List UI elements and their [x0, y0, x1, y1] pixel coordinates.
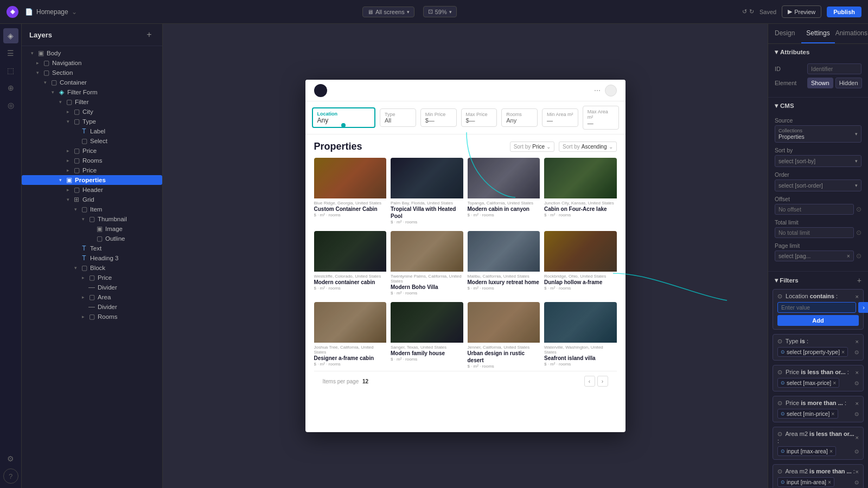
filter-minprice-field[interactable]: Min Price $— — [420, 108, 457, 127]
cms-header[interactable]: ▾ CMS — [768, 98, 868, 114]
layer-toggle-body[interactable]: ▾ — [28, 49, 36, 57]
layer-toggle-city[interactable]: ▸ — [64, 108, 72, 115]
layer-toggle-type[interactable]: ▾ — [64, 118, 72, 125]
layer-toggle-price3[interactable]: ▸ — [79, 274, 87, 281]
filter-maxprice-field[interactable]: Max Price $— — [461, 108, 497, 127]
layer-rooms[interactable]: ▸ ▢ Rooms — [22, 156, 162, 165]
property-card-6[interactable]: Malibu, California, United States Modern… — [468, 231, 540, 298]
layer-divider2[interactable]: ▸ — Divider — [22, 302, 162, 312]
filter-type-field[interactable]: Type All — [380, 108, 416, 127]
next-page-button[interactable]: › — [597, 376, 608, 387]
layer-toggle-nav[interactable]: ▸ — [34, 59, 41, 67]
layer-grid[interactable]: ▾ ⊞ Grid — [22, 195, 162, 204]
layer-toggle-price[interactable]: ▸ — [64, 147, 72, 155]
filter-price-min-sort[interactable]: ⊙ — [854, 411, 859, 417]
page-limit-x[interactable]: × — [847, 253, 850, 259]
layer-filter[interactable]: ▾ ▢ Filter — [22, 97, 162, 107]
layer-toggle-properties[interactable]: ▾ — [56, 176, 64, 184]
layer-body[interactable]: ▾ ▣ Body — [22, 48, 162, 58]
sort-by-select[interactable]: select [sort-by] ▾ — [775, 155, 861, 167]
zoom-badge[interactable]: ⊡ 59% ▾ — [423, 6, 457, 17]
layer-type[interactable]: ▾ ▢ Type — [22, 117, 162, 126]
filter-area-max-close[interactable]: × — [856, 434, 859, 441]
filter-add-button[interactable]: Add — [777, 315, 859, 326]
layer-divider[interactable]: ▸ — Divider — [22, 282, 162, 292]
source-select[interactable]: Collections Properties ▾ — [775, 125, 861, 143]
filter-minarea-field[interactable]: Min Area m² — — [542, 108, 578, 127]
layer-filter-form[interactable]: ▾ ◈ Filter Form — [22, 87, 162, 97]
layer-toggle-thumb[interactable]: ▾ — [79, 215, 87, 223]
icon-bar-cms[interactable]: ◎ — [3, 98, 18, 113]
page-limit-select[interactable]: select [pag... × — [775, 251, 854, 261]
layer-rooms2[interactable]: ▸ ▢ Rooms — [22, 312, 162, 322]
hidden-toggle[interactable]: Hidden — [835, 78, 862, 88]
icon-bar-layers[interactable]: ◈ — [3, 28, 18, 43]
property-card-8[interactable]: Joshua Tree, California, United States D… — [314, 302, 387, 371]
filter-area-max-sort[interactable]: ⊙ — [854, 448, 859, 454]
layer-toggle-rooms[interactable]: ▸ — [64, 157, 72, 164]
layer-toggle-rooms2[interactable]: ▸ — [79, 313, 87, 320]
offset-input[interactable] — [775, 204, 854, 215]
layer-header[interactable]: ▸ ▢ Header — [22, 185, 162, 195]
id-input[interactable] — [807, 63, 861, 74]
property-card-1[interactable]: Palm Bay, Florida, United States Tropica… — [391, 158, 463, 227]
prev-page-button[interactable]: ‹ — [584, 376, 595, 387]
sort-order-control[interactable]: Sort by Ascending ⌄ — [559, 142, 616, 152]
icon-bar-settings[interactable]: ⚙ — [3, 451, 18, 466]
layer-block[interactable]: ▾ ▢ Block — [22, 263, 162, 273]
property-card-3[interactable]: Junction City, Kansas, United States Cab… — [544, 158, 617, 227]
layer-price[interactable]: ▸ ▢ Price — [22, 146, 162, 156]
screens-badge[interactable]: 🖥 All screens ▾ — [362, 7, 414, 17]
layer-toggle-filter[interactable]: ▾ — [56, 98, 64, 106]
tab-settings[interactable]: Settings — [801, 24, 834, 43]
filter-location-input[interactable] — [777, 302, 856, 313]
layer-toggle-block[interactable]: ▾ — [72, 264, 79, 272]
layer-toggle-header[interactable]: ▸ — [64, 186, 72, 194]
filters-add-button[interactable]: + — [857, 276, 861, 285]
layer-toggle-grid[interactable]: ▾ — [64, 196, 72, 203]
layer-properties[interactable]: ▾ ▣ Properties — [22, 175, 162, 185]
undo-icon[interactable]: ↺ — [742, 8, 747, 15]
layer-navigation[interactable]: ▸ ▢ Navigation — [22, 58, 162, 68]
filter-maxarea-field[interactable]: Max Area m² — — [583, 106, 619, 130]
layer-toggle-area[interactable]: ▸ — [79, 293, 87, 301]
layer-outline[interactable]: ▸ ▢ Outline — [22, 234, 162, 243]
icon-bar-add[interactable]: ⊕ — [3, 80, 18, 95]
filter-pricemax-tag-x[interactable]: × — [833, 380, 836, 386]
sort-by-control[interactable]: Sort by Price ⌄ — [510, 142, 554, 152]
property-card-7[interactable]: Rockbridge, Ohio, United States Dunlap h… — [544, 231, 617, 298]
icon-bar-elements[interactable]: ⬚ — [3, 63, 18, 78]
property-card-2[interactable]: Topanga, California, United States Moder… — [468, 158, 540, 227]
redo-icon[interactable]: ↻ — [749, 8, 754, 15]
file-menu-icon[interactable]: ⌄ — [72, 8, 77, 16]
filter-location-field[interactable]: Location Any — [312, 107, 376, 128]
layer-item[interactable]: ▾ ▢ Item — [22, 204, 162, 214]
layer-toggle-section[interactable]: ▾ — [34, 69, 41, 76]
layer-heading3[interactable]: ▸ T Heading 3 — [22, 253, 162, 263]
layer-label[interactable]: ▸ T Label — [22, 126, 162, 136]
filter-price-max-close[interactable]: × — [856, 369, 859, 376]
property-card-5[interactable]: Twentynine Palms, California, United Sta… — [391, 231, 463, 298]
icon-bar-pages[interactable]: ☰ — [3, 46, 18, 61]
filter-areamin-tag-x[interactable]: × — [828, 479, 831, 485]
layer-price2[interactable]: ▸ ▢ Price — [22, 165, 162, 175]
filter-price-max-sort[interactable]: ⊙ — [854, 380, 859, 386]
property-card-11[interactable]: Waterville, Washington, United States Se… — [544, 302, 617, 371]
property-card-0[interactable]: Blue Ridge, Georgia, United States Custo… — [314, 158, 387, 227]
layer-city[interactable]: ▸ ▢ City — [22, 107, 162, 117]
layer-area[interactable]: ▸ ▢ Area — [22, 292, 162, 302]
icon-bar-help[interactable]: ? — [3, 468, 18, 484]
layers-add-button[interactable]: + — [144, 29, 155, 40]
order-select[interactable]: select [sort-order] ▾ — [775, 179, 861, 191]
filter-rooms-field[interactable]: Rooms Any — [501, 108, 538, 127]
filter-price-min-close[interactable]: × — [856, 400, 859, 407]
property-card-10[interactable]: Jenner, California, United States Urban … — [468, 302, 540, 371]
filter-area-min-close[interactable]: × — [856, 468, 859, 475]
filter-type-close[interactable]: × — [856, 338, 859, 345]
layer-toggle-price2[interactable]: ▸ — [64, 166, 72, 174]
filter-area-min-sort[interactable]: ⊙ — [854, 479, 859, 485]
layer-section[interactable]: ▾ ▢ Section — [22, 68, 162, 78]
layer-toggle-item[interactable]: ▾ — [72, 206, 79, 213]
filter-pricemin-tag-x[interactable]: × — [831, 410, 834, 417]
shown-toggle[interactable]: Shown — [807, 78, 833, 88]
